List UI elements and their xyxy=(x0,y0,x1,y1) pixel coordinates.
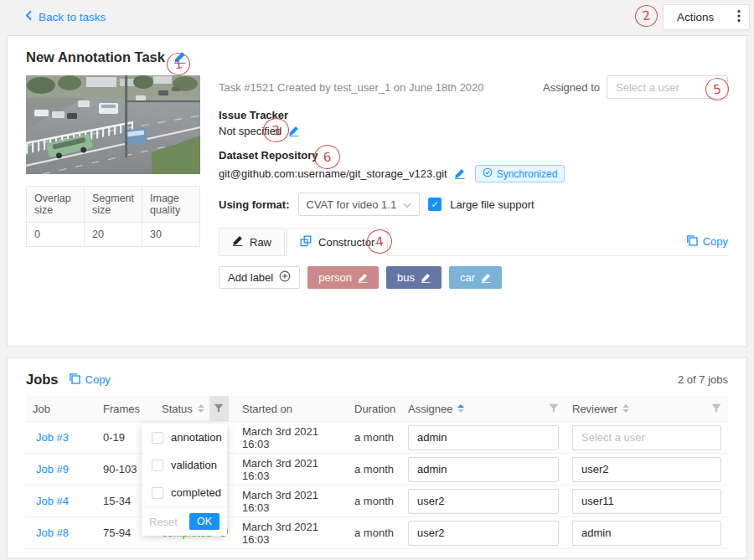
filter-option-annotation[interactable]: annotation xyxy=(142,424,227,451)
copy-jobs-button[interactable]: Copy xyxy=(69,372,111,387)
edit-label-icon[interactable] xyxy=(358,273,368,283)
reviewer-input[interactable] xyxy=(572,521,721,546)
actions-button[interactable]: Actions xyxy=(663,4,750,30)
label-tag-person-name: person xyxy=(318,271,352,284)
issue-tracker-label: Issue Tracker xyxy=(219,109,728,121)
label-tag-bus[interactable]: bus xyxy=(386,266,442,289)
chevron-left-icon xyxy=(25,10,33,23)
edit-label-icon[interactable] xyxy=(481,273,491,283)
issue-tracker-value: Not specified xyxy=(219,125,281,137)
jobs-table: Job Frames Status Started on Duration xyxy=(26,396,728,549)
assignee-input[interactable] xyxy=(408,489,559,514)
col-duration[interactable]: Duration xyxy=(354,403,395,415)
sort-icon-reviewer[interactable] xyxy=(622,404,629,413)
param-value-segment: 20 xyxy=(84,223,142,247)
job-link[interactable]: Job #4 xyxy=(36,495,69,507)
param-header-quality: Image quality xyxy=(142,187,200,223)
status-filter-dropdown: annotation validation completed Reset OK xyxy=(142,424,227,536)
checkbox-unchecked-icon[interactable] xyxy=(152,487,163,499)
large-file-support-label: Large file support xyxy=(450,198,534,211)
dataset-repository-url[interactable]: git@github.com:username/git_storage_v123… xyxy=(219,167,447,180)
label-tag-car[interactable]: car xyxy=(449,266,502,289)
job-row: Job #3 0-19 March 3rd 2021 16:03 a month xyxy=(26,422,728,454)
col-reviewer[interactable]: Reviewer xyxy=(572,403,617,415)
using-format-label: Using format: xyxy=(219,198,290,211)
assignee-input[interactable] xyxy=(408,425,559,450)
job-link[interactable]: Job #9 xyxy=(36,463,69,475)
labels-tabs-bar: Raw Constructor Copy xyxy=(219,228,728,256)
copy-labels-button[interactable]: Copy xyxy=(686,234,728,255)
kebab-menu-icon xyxy=(737,9,741,25)
label-tag-bus-name: bus xyxy=(397,271,415,284)
format-select[interactable]: CVAT for video 1.1 xyxy=(298,193,421,216)
copy-icon xyxy=(686,234,698,249)
job-duration: a month xyxy=(348,454,401,486)
col-job[interactable]: Job xyxy=(33,403,50,415)
job-link[interactable]: Job #8 xyxy=(36,527,69,539)
jobs-card: Jobs Copy 2 of 7 jobs Job Frames Status xyxy=(7,357,747,558)
task-title: New Annotation Task xyxy=(26,49,165,65)
reviewer-input[interactable] xyxy=(572,489,721,514)
param-value-overlap: 0 xyxy=(27,223,85,247)
filter-option-label: completed xyxy=(171,486,221,499)
add-label-text: Add label xyxy=(228,271,273,284)
tab-constructor[interactable]: Constructor xyxy=(287,228,388,256)
job-duration: a month xyxy=(348,486,401,517)
assignee-input[interactable] xyxy=(408,457,559,482)
task-info-column: Task #1521 Created by test_user_1 on Jun… xyxy=(219,75,728,289)
filter-ok-button[interactable]: OK xyxy=(189,513,219,530)
checkbox-unchecked-icon[interactable] xyxy=(152,460,163,471)
filter-option-label: validation xyxy=(171,459,217,471)
col-started[interactable]: Started on xyxy=(242,403,292,415)
label-tag-car-name: car xyxy=(460,271,475,284)
back-to-tasks-link[interactable]: Back to tasks xyxy=(25,10,106,23)
filter-icon-assignee[interactable] xyxy=(549,403,559,414)
job-started: March 3rd 2021 16:03 xyxy=(235,486,348,517)
sort-icon-status[interactable] xyxy=(198,404,204,413)
param-header-segment: Segment size xyxy=(84,187,142,223)
back-to-tasks-label: Back to tasks xyxy=(39,11,106,23)
job-started: March 3rd 2021 16:03 xyxy=(235,454,348,486)
top-bar: Back to tasks Actions xyxy=(0,0,754,35)
sync-status-label: Synchronized xyxy=(497,168,558,180)
job-link[interactable]: Job #3 xyxy=(36,431,69,444)
filter-reset-button[interactable]: Reset xyxy=(149,516,178,528)
sync-status-badge: Synchronized xyxy=(475,165,566,182)
cvat-task-page: { "topbar": { "back": "Back to tasks", "… xyxy=(0,0,754,560)
edit-title-icon[interactable] xyxy=(173,51,186,64)
edit-repository-icon[interactable] xyxy=(454,168,465,179)
filter-option-completed[interactable]: completed xyxy=(142,479,227,506)
filter-icon-status[interactable] xyxy=(209,396,229,421)
edit-label-icon[interactable] xyxy=(421,273,431,283)
checkbox-unchecked-icon[interactable] xyxy=(152,432,163,444)
task-meta-text: Task #1521 Created by test_user_1 on Jun… xyxy=(219,75,484,94)
assignee-input[interactable] xyxy=(408,521,559,546)
dataset-repository-label: Dataset Repository xyxy=(219,149,728,162)
chevron-down-icon xyxy=(403,198,411,211)
col-assignee[interactable]: Assignee xyxy=(408,403,452,415)
assigned-to-label: Assigned to xyxy=(543,81,600,94)
tab-raw[interactable]: Raw xyxy=(219,228,285,256)
task-preview-image xyxy=(26,75,200,174)
filter-option-validation[interactable]: validation xyxy=(142,451,227,479)
col-status[interactable]: Status xyxy=(162,403,193,415)
edit-issue-tracker-icon[interactable] xyxy=(288,126,299,136)
pencil-icon xyxy=(232,235,243,249)
plus-circle-icon xyxy=(279,270,291,285)
param-value-quality: 30 xyxy=(142,223,200,247)
tab-raw-label: Raw xyxy=(250,236,271,249)
filter-icon-reviewer[interactable] xyxy=(711,403,721,414)
add-label-button[interactable]: Add label xyxy=(219,266,300,289)
reviewer-input[interactable] xyxy=(572,425,721,450)
reviewer-input[interactable] xyxy=(572,457,721,482)
job-started: March 3rd 2021 16:03 xyxy=(235,422,348,454)
job-duration: a month xyxy=(348,517,401,549)
col-frames[interactable]: Frames xyxy=(103,403,140,415)
sort-icon-assignee[interactable] xyxy=(457,404,464,413)
job-duration: a month xyxy=(348,422,401,454)
label-tag-person[interactable]: person xyxy=(307,266,379,289)
job-started: March 3rd 2021 16:03 xyxy=(235,517,348,549)
job-row: Job #8 75-94 completed ? March 3rd 2021 … xyxy=(26,517,728,549)
assigned-to-input[interactable] xyxy=(607,75,728,99)
large-file-support-checkbox[interactable]: ✓ xyxy=(428,198,442,211)
